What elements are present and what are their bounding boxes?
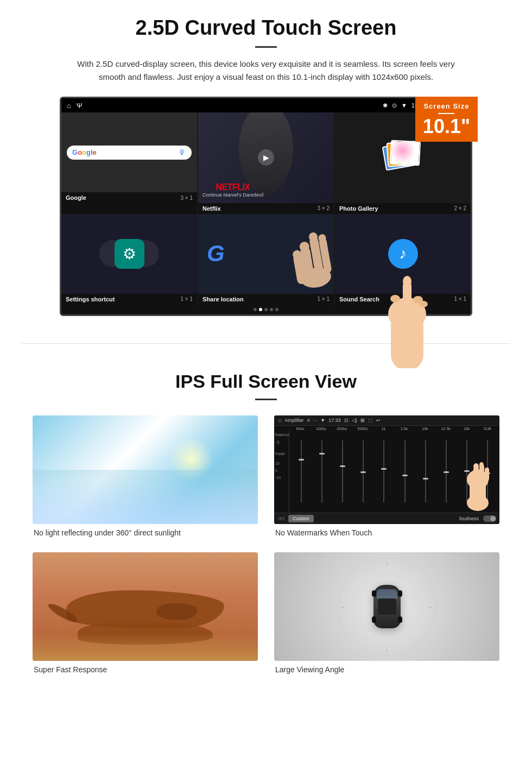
car-wheel-bl [372, 616, 376, 623]
eq-slider-1 [292, 440, 311, 502]
feature-cheetah: Super Fast Response [33, 552, 258, 674]
music-note-icon: ♪ [399, 245, 407, 262]
eq-hand-svg [461, 462, 494, 511]
eq-fader-label: ◁) [275, 440, 279, 444]
eq-level-10: 10 [275, 462, 288, 465]
angle-arrow-left: ← [341, 603, 346, 609]
angle-arrow-top: ↑ [385, 560, 388, 566]
svg-point-21 [473, 463, 479, 470]
photo-stack [384, 138, 422, 176]
app-cell-share-inner: G [198, 214, 334, 294]
netflix-label-name: Netflix [202, 205, 221, 212]
dot-1 [254, 308, 257, 311]
car-top-view [373, 585, 401, 628]
eq-fader-text: Fader [275, 452, 285, 456]
google-mic-icon: 🎙 [179, 148, 186, 157]
eq-menu-icon: ≡ [307, 418, 309, 423]
eq-loudness-toggle[interactable] [483, 515, 496, 522]
svg-point-14 [390, 295, 400, 302]
eq-freq-200: 200hz [332, 427, 352, 431]
feature-car: ↑ ↓ ← → Large Viewing Angle [274, 552, 499, 674]
eq-sidebar: Balance ◁) Fader 10 0 -10 [274, 431, 289, 513]
eq-track-6 [404, 440, 406, 502]
app-grid-top: Google 🎙 Google 3 × 1 [61, 112, 471, 214]
music-icon-wrap: ♪ [388, 239, 418, 269]
eq-sidebar-fader: ◁) [275, 440, 288, 444]
app-cell-google-inner: Google 🎙 [61, 112, 197, 192]
google-label-name: Google [66, 194, 86, 201]
feature-image-equalizer: ⌂ Amplifier ≡ ··· ▼ 17:33 ⊡ ◁) ⊠ ⬚ ↩ [274, 415, 499, 524]
app-label-google: Google 3 × 1 [61, 192, 197, 203]
photo-card-3 [390, 140, 421, 166]
eq-camera-icon: ⊡ [344, 418, 349, 423]
eq-track-7 [425, 440, 426, 502]
dot-2 [259, 308, 262, 311]
feature-label-equalizer: No Watermarks When Touch [274, 528, 499, 537]
netflix-play-button[interactable]: ▶ [258, 149, 274, 166]
sky-gradient [33, 470, 258, 524]
eq-prev-icon: ◁◁ [277, 516, 284, 521]
badge-label: Screen Size [423, 102, 470, 110]
eq-slider-4 [354, 440, 373, 502]
section1-title: 2.5D Curved Touch Screen [33, 16, 499, 40]
app-cell-google: Google 🎙 Google 3 × 1 [61, 112, 197, 214]
svg-point-13 [403, 276, 411, 287]
eq-slider-6 [395, 440, 414, 502]
eq-track-5 [383, 440, 384, 502]
eq-back-icon: ↩ [376, 418, 381, 423]
hand-svg [278, 214, 334, 293]
google-search-bar[interactable]: Google 🎙 [67, 146, 192, 160]
eq-freq-sub: SUB [478, 427, 497, 431]
svg-rect-24 [485, 468, 489, 481]
eq-loudness-label: loudness [459, 516, 479, 521]
settings-icon-wrap: ⚙ [115, 239, 144, 269]
dot-4 [270, 308, 273, 311]
car-windshield [377, 589, 397, 599]
section1-title-divider [255, 46, 277, 48]
feature-equalizer: ⌂ Amplifier ≡ ··· ▼ 17:33 ⊡ ◁) ⊠ ⬚ ↩ [274, 415, 499, 537]
eq-handle-8 [444, 471, 449, 473]
angle-arrow-bottom: ↓ [385, 647, 388, 653]
app-cell-netflix: ▶ NETFLIX Continue Marvel's Daredevil Ne… [198, 112, 334, 214]
dot-3 [264, 308, 268, 311]
eq-track-8 [446, 440, 447, 502]
section1-description: With 2.5D curved-display screen, this de… [76, 58, 456, 84]
app-label-settings: Settings shortcut 1 × 1 [61, 294, 197, 305]
eq-freq-500: 500hz [353, 427, 372, 431]
eq-freq-1k: 1k [373, 427, 393, 431]
share-label-size: 1 × 1 [317, 296, 330, 302]
car-top-bg: ↑ ↓ ← → [274, 552, 499, 661]
flower-image [391, 141, 420, 165]
app-label-netflix: Netflix 3 × 2 [198, 203, 334, 214]
eq-slider-2 [312, 440, 331, 502]
car-wheel-br [398, 616, 402, 623]
eq-slider-7 [416, 440, 435, 502]
eq-freq-100: 100hz [311, 427, 331, 431]
badge-value: 10.1" [423, 117, 470, 136]
settings-label-size: 1 × 1 [180, 296, 193, 302]
settings-gear-icon: ⚙ [123, 245, 136, 263]
svg-point-23 [479, 462, 484, 468]
equalizer-bg: ⌂ Amplifier ≡ ··· ▼ 17:33 ⊡ ◁) ⊠ ⬚ ↩ [274, 415, 499, 524]
eq-slider-8 [436, 440, 455, 502]
eq-time: 17:33 [328, 418, 341, 423]
sound-label-size: 1 × 1 [454, 296, 466, 302]
eq-handle-1 [299, 459, 304, 460]
eq-freq-15k: 15k [457, 427, 476, 431]
feature-grid: No light reflecting under 360° direct su… [33, 415, 499, 674]
eq-track-4 [363, 440, 364, 502]
eq-track-1 [301, 440, 302, 502]
eq-handle-4 [360, 471, 366, 473]
wifi-icon: ▼ [401, 102, 407, 109]
eq-slider-3 [333, 440, 352, 502]
dot-5 [275, 308, 278, 311]
feature-image-cheetah [33, 552, 258, 661]
photos-label-name: Photo Gallery [339, 205, 378, 212]
eq-bars-container [289, 431, 499, 513]
eq-custom-button[interactable]: Custom [288, 515, 314, 522]
screen-size-badge: Screen Size 10.1" [415, 97, 478, 142]
home-icon: ⌂ [67, 102, 71, 110]
eq-home-icon: ⌂ [278, 418, 281, 423]
feature-label-sunlight: No light reflecting under 360° direct su… [33, 528, 258, 537]
eq-footer: ◁◁ Custom loudness [274, 513, 499, 524]
